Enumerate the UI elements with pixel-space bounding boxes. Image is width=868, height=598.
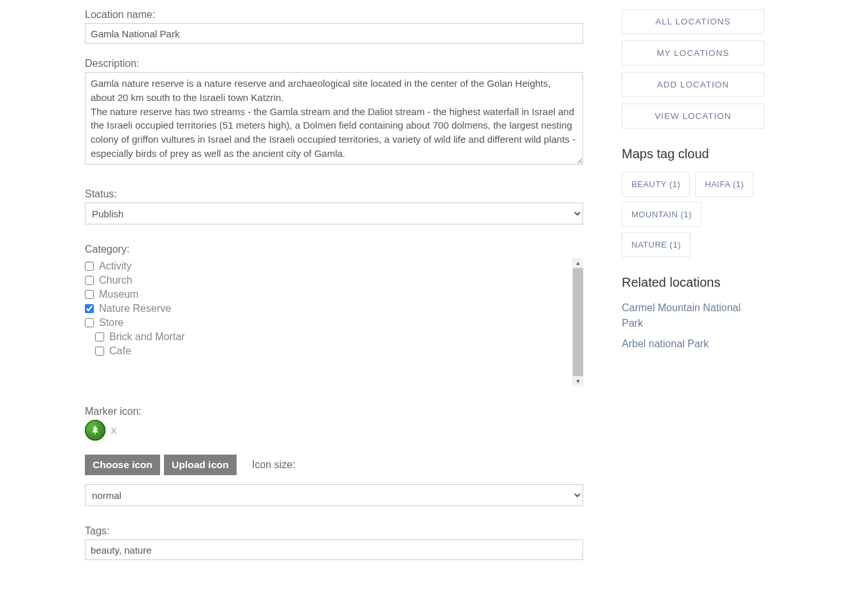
- category-label: Category:: [85, 244, 583, 255]
- tag-chip[interactable]: NATURE (1): [622, 232, 691, 257]
- status-label: Status:: [85, 188, 583, 200]
- category-item[interactable]: Cafe: [85, 344, 583, 358]
- category-checkbox[interactable]: [85, 318, 94, 327]
- category-item[interactable]: Store: [85, 316, 583, 330]
- sidebar-nav-button[interactable]: MY LOCATIONS: [622, 41, 764, 66]
- tag-chip[interactable]: HAIFA (1): [695, 172, 754, 197]
- status-select[interactable]: Publish: [85, 203, 583, 224]
- tag-cloud-heading: Maps tag cloud: [622, 147, 764, 161]
- location-name-input[interactable]: [85, 23, 583, 44]
- remove-marker-button[interactable]: X: [111, 425, 117, 436]
- sidebar-nav-button[interactable]: ALL LOCATIONS: [622, 9, 764, 34]
- tag-chip[interactable]: MOUNTAIN (1): [622, 202, 701, 227]
- category-checkbox[interactable]: [85, 290, 94, 299]
- description-textarea[interactable]: Gamla nature reserve is a nature reserve…: [85, 72, 583, 165]
- tags-input[interactable]: [85, 539, 583, 560]
- category-checkbox[interactable]: [85, 304, 94, 313]
- category-item[interactable]: Church: [85, 273, 583, 287]
- related-location-link[interactable]: Carmel Mountain National Park: [622, 300, 764, 331]
- tags-label: Tags:: [85, 525, 583, 537]
- category-item-label: Nature Reserve: [99, 303, 171, 314]
- category-checkbox[interactable]: [85, 262, 94, 271]
- related-location-link[interactable]: Arbel national Park: [622, 336, 764, 352]
- scroll-thumb[interactable]: [573, 268, 583, 376]
- tag-chip[interactable]: BEAUTY (1): [622, 172, 690, 197]
- category-item-label: Church: [99, 275, 132, 286]
- related-heading: Related locations: [622, 275, 764, 290]
- category-item-label: Cafe: [109, 345, 131, 357]
- category-item[interactable]: Museum: [85, 287, 583, 302]
- category-item[interactable]: Nature Reserve: [85, 302, 583, 316]
- category-checkbox[interactable]: [95, 332, 104, 341]
- sidebar-nav-button[interactable]: ADD LOCATION: [622, 72, 764, 97]
- category-list-container: ActivityChurchMuseumNature ReserveStoreB…: [85, 258, 583, 386]
- category-item-label: Activity: [99, 260, 132, 272]
- scroll-down-arrow-icon[interactable]: ▼: [573, 376, 583, 386]
- tree-marker-icon[interactable]: [85, 420, 105, 440]
- category-item-label: Museum: [99, 289, 138, 300]
- category-item-label: Store: [99, 317, 123, 329]
- description-label: Description:: [85, 58, 583, 69]
- category-checkbox[interactable]: [85, 276, 94, 285]
- choose-icon-button[interactable]: Choose icon: [85, 455, 160, 475]
- icon-size-label: Icon size:: [252, 459, 296, 471]
- location-name-label: Location name:: [85, 9, 583, 21]
- category-item-label: Brick and Mortar: [109, 331, 185, 343]
- scroll-up-arrow-icon[interactable]: ▲: [573, 258, 583, 268]
- upload-icon-button[interactable]: Upload icon: [164, 455, 237, 475]
- icon-size-select[interactable]: normal: [85, 484, 583, 506]
- category-item[interactable]: Brick and Mortar: [85, 330, 583, 344]
- sidebar-nav-button[interactable]: VIEW LOCATION: [622, 104, 764, 129]
- category-scrollbar[interactable]: ▲ ▼: [572, 258, 583, 386]
- marker-icon-label: Marker icon:: [85, 406, 583, 417]
- category-checkbox[interactable]: [95, 347, 104, 356]
- category-item[interactable]: Activity: [85, 259, 583, 273]
